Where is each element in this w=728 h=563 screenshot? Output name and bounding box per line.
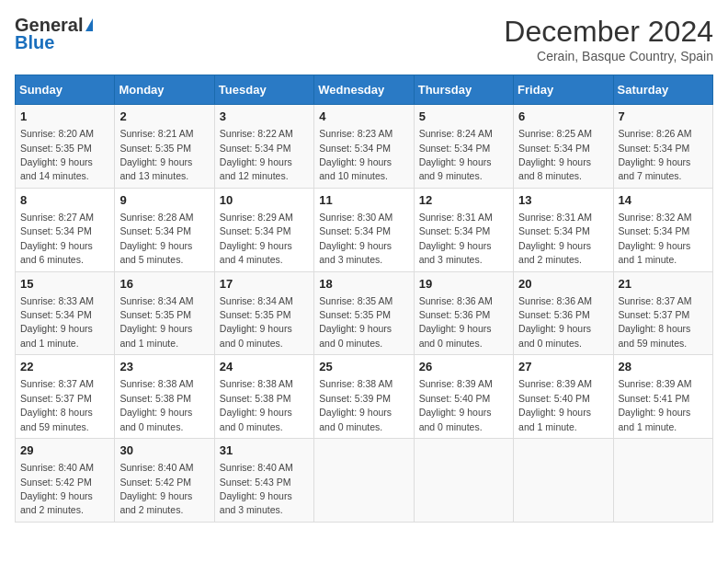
- table-row: 2Sunrise: 8:21 AMSunset: 5:35 PMDaylight…: [115, 105, 214, 189]
- cell-info: Sunrise: 8:39 AMSunset: 5:40 PMDaylight:…: [419, 378, 493, 431]
- header-wednesday: Wednesday: [314, 75, 414, 105]
- title-area: December 2024 Cerain, Basque Country, Sp…: [504, 15, 713, 63]
- day-number: 1: [20, 109, 109, 125]
- header-thursday: Thursday: [414, 75, 513, 105]
- calendar-week-row: 1Sunrise: 8:20 AMSunset: 5:35 PMDaylight…: [16, 105, 713, 189]
- day-number: 11: [319, 192, 408, 209]
- cell-info: Sunrise: 8:28 AMSunset: 5:34 PMDaylight:…: [119, 212, 193, 265]
- day-number: 14: [619, 192, 708, 209]
- table-row: 19Sunrise: 8:36 AMSunset: 5:36 PMDayligh…: [414, 271, 513, 355]
- table-row: 20Sunrise: 8:36 AMSunset: 5:36 PMDayligh…: [514, 271, 613, 355]
- cell-info: Sunrise: 8:33 AMSunset: 5:34 PMDaylight:…: [20, 295, 94, 349]
- cell-info: Sunrise: 8:21 AMSunset: 5:35 PMDaylight:…: [119, 128, 193, 181]
- cell-info: Sunrise: 8:20 AMSunset: 5:35 PMDaylight:…: [20, 128, 94, 181]
- table-row: 7Sunrise: 8:26 AMSunset: 5:34 PMDaylight…: [613, 105, 712, 189]
- day-number: 30: [119, 442, 209, 459]
- cell-info: Sunrise: 8:36 AMSunset: 5:36 PMDaylight:…: [518, 295, 592, 349]
- day-number: 15: [20, 276, 109, 293]
- cell-info: Sunrise: 8:31 AMSunset: 5:34 PMDaylight:…: [518, 212, 592, 265]
- calendar-week-row: 29Sunrise: 8:40 AMSunset: 5:42 PMDayligh…: [16, 439, 713, 523]
- calendar-week-row: 15Sunrise: 8:33 AMSunset: 5:34 PMDayligh…: [16, 271, 713, 355]
- table-row: 8Sunrise: 8:27 AMSunset: 5:34 PMDaylight…: [16, 188, 115, 271]
- table-row: 31Sunrise: 8:40 AMSunset: 5:43 PMDayligh…: [214, 439, 313, 523]
- day-number: 21: [619, 276, 708, 293]
- table-row: 9Sunrise: 8:28 AMSunset: 5:34 PMDaylight…: [115, 188, 214, 271]
- day-number: 28: [619, 359, 708, 375]
- header-sunday: Sunday: [16, 75, 115, 105]
- day-number: 3: [220, 109, 309, 125]
- day-number: 10: [220, 192, 309, 209]
- cell-info: Sunrise: 8:31 AMSunset: 5:34 PMDaylight:…: [419, 212, 493, 265]
- table-row: 14Sunrise: 8:32 AMSunset: 5:34 PMDayligh…: [613, 188, 712, 271]
- cell-info: Sunrise: 8:40 AMSunset: 5:42 PMDaylight:…: [20, 462, 94, 515]
- day-number: 19: [419, 276, 508, 293]
- cell-info: Sunrise: 8:35 AMSunset: 5:35 PMDaylight:…: [319, 295, 392, 349]
- cell-info: Sunrise: 8:34 AMSunset: 5:35 PMDaylight:…: [119, 295, 193, 349]
- day-number: 31: [220, 442, 309, 459]
- day-number: 2: [119, 109, 209, 125]
- table-row: 17Sunrise: 8:34 AMSunset: 5:35 PMDayligh…: [214, 271, 313, 355]
- table-row: 4Sunrise: 8:23 AMSunset: 5:34 PMDaylight…: [314, 105, 414, 189]
- table-row: 13Sunrise: 8:31 AMSunset: 5:34 PMDayligh…: [514, 188, 613, 271]
- day-number: 18: [319, 276, 408, 293]
- cell-info: Sunrise: 8:38 AMSunset: 5:38 PMDaylight:…: [119, 378, 193, 431]
- table-row: 22Sunrise: 8:37 AMSunset: 5:37 PMDayligh…: [16, 355, 115, 439]
- logo-triangle-icon: [85, 18, 93, 31]
- table-row: 30Sunrise: 8:40 AMSunset: 5:42 PMDayligh…: [115, 439, 214, 523]
- table-row: 11Sunrise: 8:30 AMSunset: 5:34 PMDayligh…: [314, 188, 414, 271]
- day-number: 4: [319, 109, 408, 125]
- cell-info: Sunrise: 8:36 AMSunset: 5:36 PMDaylight:…: [419, 295, 493, 349]
- header-friday: Friday: [514, 75, 613, 105]
- cell-info: Sunrise: 8:39 AMSunset: 5:41 PMDaylight:…: [619, 378, 692, 431]
- cell-info: Sunrise: 8:38 AMSunset: 5:38 PMDaylight:…: [220, 378, 293, 431]
- calendar-table: Sunday Monday Tuesday Wednesday Thursday…: [15, 75, 713, 523]
- table-row: 21Sunrise: 8:37 AMSunset: 5:37 PMDayligh…: [613, 271, 712, 355]
- table-row: 15Sunrise: 8:33 AMSunset: 5:34 PMDayligh…: [16, 271, 115, 355]
- month-title: December 2024: [504, 15, 713, 49]
- cell-info: Sunrise: 8:22 AMSunset: 5:34 PMDaylight:…: [220, 128, 293, 181]
- logo: General Blue: [15, 15, 93, 53]
- cell-info: Sunrise: 8:37 AMSunset: 5:37 PMDaylight:…: [20, 378, 94, 431]
- table-row: [414, 439, 513, 523]
- table-row: 1Sunrise: 8:20 AMSunset: 5:35 PMDaylight…: [16, 105, 115, 189]
- day-number: 12: [419, 192, 508, 209]
- cell-info: Sunrise: 8:40 AMSunset: 5:43 PMDaylight:…: [220, 462, 293, 515]
- header: General Blue December 2024 Cerain, Basqu…: [15, 15, 713, 63]
- day-number: 17: [220, 276, 309, 293]
- location-subtitle: Cerain, Basque Country, Spain: [504, 49, 713, 63]
- table-row: 26Sunrise: 8:39 AMSunset: 5:40 PMDayligh…: [414, 355, 513, 439]
- cell-info: Sunrise: 8:39 AMSunset: 5:40 PMDaylight:…: [518, 378, 592, 431]
- day-number: 6: [518, 109, 608, 125]
- day-number: 22: [20, 359, 109, 375]
- table-row: 29Sunrise: 8:40 AMSunset: 5:42 PMDayligh…: [16, 439, 115, 523]
- table-row: 12Sunrise: 8:31 AMSunset: 5:34 PMDayligh…: [414, 188, 513, 271]
- day-number: 9: [119, 192, 209, 209]
- cell-info: Sunrise: 8:30 AMSunset: 5:34 PMDaylight:…: [319, 212, 392, 265]
- day-number: 29: [20, 442, 109, 459]
- day-number: 5: [419, 109, 508, 125]
- table-row: [613, 439, 712, 523]
- cell-info: Sunrise: 8:23 AMSunset: 5:34 PMDaylight:…: [319, 128, 392, 181]
- table-row: 25Sunrise: 8:38 AMSunset: 5:39 PMDayligh…: [314, 355, 414, 439]
- cell-info: Sunrise: 8:25 AMSunset: 5:34 PMDaylight:…: [518, 128, 592, 181]
- cell-info: Sunrise: 8:26 AMSunset: 5:34 PMDaylight:…: [619, 128, 692, 181]
- calendar-week-row: 22Sunrise: 8:37 AMSunset: 5:37 PMDayligh…: [16, 355, 713, 439]
- cell-info: Sunrise: 8:37 AMSunset: 5:37 PMDaylight:…: [619, 295, 692, 349]
- cell-info: Sunrise: 8:27 AMSunset: 5:34 PMDaylight:…: [20, 212, 94, 265]
- cell-info: Sunrise: 8:32 AMSunset: 5:34 PMDaylight:…: [619, 212, 692, 265]
- table-row: 18Sunrise: 8:35 AMSunset: 5:35 PMDayligh…: [314, 271, 414, 355]
- day-number: 24: [220, 359, 309, 375]
- logo-blue: Blue: [15, 32, 54, 53]
- table-row: 10Sunrise: 8:29 AMSunset: 5:34 PMDayligh…: [214, 188, 313, 271]
- table-row: 3Sunrise: 8:22 AMSunset: 5:34 PMDaylight…: [214, 105, 313, 189]
- table-row: 23Sunrise: 8:38 AMSunset: 5:38 PMDayligh…: [115, 355, 214, 439]
- day-number: 26: [419, 359, 508, 375]
- day-number: 23: [119, 359, 209, 375]
- header-saturday: Saturday: [613, 75, 712, 105]
- day-number: 27: [518, 359, 608, 375]
- day-number: 16: [119, 276, 209, 293]
- day-number: 13: [518, 192, 608, 209]
- calendar-week-row: 8Sunrise: 8:27 AMSunset: 5:34 PMDaylight…: [16, 188, 713, 271]
- table-row: 16Sunrise: 8:34 AMSunset: 5:35 PMDayligh…: [115, 271, 214, 355]
- table-row: [314, 439, 414, 523]
